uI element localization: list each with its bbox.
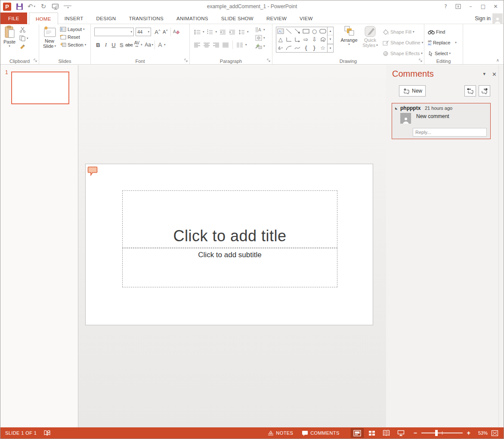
new-slide-dropdown-icon[interactable]: ▾	[54, 44, 56, 48]
shape-star[interactable]: ☆	[318, 44, 327, 52]
paragraph-dialog-launcher[interactable]	[266, 58, 271, 63]
tab-animations[interactable]: ANIMATIONS	[170, 12, 215, 24]
align-center-button[interactable]	[203, 40, 210, 49]
normal-view-button[interactable]	[351, 428, 364, 438]
replace-button[interactable]: abac Replace▾	[428, 38, 462, 47]
next-comment-button[interactable]	[479, 85, 490, 97]
justify-button[interactable]	[222, 40, 229, 49]
convert-to-smartart-button[interactable]: ▾	[255, 43, 265, 49]
shapes-scroll-down-button[interactable]: ▾	[328, 35, 333, 44]
new-slide-button[interactable]: New Slide▾	[43, 25, 56, 49]
italic-button[interactable]: I	[102, 40, 110, 49]
shape-curve[interactable]	[293, 44, 302, 52]
cut-button[interactable]	[19, 27, 28, 33]
comments-pane-scrollbar[interactable]	[498, 65, 504, 428]
slide-sorter-view-button[interactable]	[365, 428, 378, 438]
shape-rectangle[interactable]	[302, 27, 310, 35]
font-name-combobox[interactable]: ▾	[94, 28, 134, 36]
shape-right-brace[interactable]: }	[310, 44, 319, 52]
shapes-scroll-up-button[interactable]: ▴	[328, 27, 333, 35]
shapes-more-button[interactable]: ▾	[328, 44, 333, 52]
shape-right-arrow[interactable]: ⇨	[302, 35, 310, 44]
bold-button[interactable]: B	[94, 40, 102, 49]
customize-qat-button[interactable]: ▾	[64, 6, 71, 9]
collapse-comment-icon[interactable]: ◢	[395, 107, 398, 110]
shape-elbow-connector[interactable]	[285, 35, 294, 44]
comments-toggle[interactable]: COMMENTS	[297, 427, 343, 439]
align-left-button[interactable]	[193, 40, 201, 49]
slide-indicator[interactable]: SLIDE 1 OF 1	[5, 430, 37, 436]
zoom-in-button[interactable]: +	[466, 430, 471, 436]
undo-button[interactable]: ↶▾	[28, 2, 35, 11]
help-button[interactable]: ?	[439, 1, 452, 12]
slide-thumbnail[interactable]	[11, 72, 69, 104]
tab-view[interactable]: VIEW	[293, 12, 319, 24]
select-button[interactable]: Select▾	[428, 49, 462, 58]
change-case-button[interactable]: Aa	[144, 40, 152, 49]
maximize-button[interactable]: □	[477, 1, 489, 12]
clear-formatting-button[interactable]: A	[172, 28, 180, 36]
subtitle-placeholder[interactable]: Click to add subtitle	[122, 248, 337, 287]
account-avatar[interactable]	[492, 13, 503, 24]
shape-outline-button[interactable]: Shape Outline▾	[383, 38, 424, 47]
font-dialog-launcher[interactable]	[184, 58, 189, 63]
ribbon-display-options-button[interactable]	[452, 1, 464, 12]
decrease-indent-button[interactable]	[219, 28, 226, 36]
paste-button[interactable]: Paste ▾	[3, 25, 16, 48]
shape-elbow-arrow-connector[interactable]	[293, 35, 302, 44]
tab-design[interactable]: DESIGN	[90, 12, 122, 24]
copy-button[interactable]: ▾	[19, 35, 28, 41]
zoom-slider[interactable]	[421, 433, 463, 433]
shape-scribble[interactable]	[276, 44, 285, 52]
zoom-out-button[interactable]: −	[413, 430, 418, 436]
text-shadow-button[interactable]: S	[117, 40, 125, 49]
save-button[interactable]	[15, 2, 23, 11]
find-button[interactable]: Find	[428, 28, 462, 36]
numbering-button[interactable]	[206, 28, 214, 36]
zoom-slider-thumb[interactable]	[435, 430, 438, 436]
tab-slide-show[interactable]: SLIDE SHOW	[215, 12, 260, 24]
reset-button[interactable]: Reset	[60, 34, 86, 40]
undo-dropdown-icon[interactable]: ▾	[34, 5, 36, 8]
tab-insert[interactable]: INSERT	[58, 12, 90, 24]
title-placeholder[interactable]: Click to add title	[122, 190, 337, 248]
comment-marker-icon[interactable]	[87, 166, 99, 176]
clipboard-dialog-launcher[interactable]	[33, 58, 38, 63]
font-size-combobox[interactable]: 44▾	[136, 28, 151, 36]
character-spacing-button[interactable]: AV↔	[133, 40, 141, 49]
shape-arc[interactable]	[285, 44, 294, 52]
new-comment-button[interactable]: New	[399, 85, 426, 97]
zoom-level[interactable]: 53%	[471, 430, 488, 436]
format-painter-button[interactable]	[19, 44, 28, 50]
shape-text-box[interactable]: A	[276, 27, 285, 35]
columns-button[interactable]	[236, 40, 244, 49]
line-spacing-button[interactable]	[238, 28, 245, 36]
increase-indent-button[interactable]	[228, 28, 236, 36]
comments-pane-options-icon[interactable]: ▾	[483, 71, 485, 77]
increase-font-size-button[interactable]: A˄	[154, 28, 161, 36]
layout-button[interactable]: Layout▾	[60, 27, 86, 32]
spell-check-icon[interactable]	[43, 430, 51, 436]
quick-styles-button[interactable]: Quick Styles▾	[360, 25, 380, 48]
shape-arrow[interactable]	[293, 27, 302, 35]
shape-effects-button[interactable]: Shape Effects▾	[383, 49, 424, 58]
slide-show-view-button[interactable]	[395, 428, 408, 438]
tab-review[interactable]: REVIEW	[260, 12, 293, 24]
start-from-beginning-button[interactable]	[52, 2, 59, 11]
shape-oval[interactable]: ○	[310, 27, 319, 35]
tab-home[interactable]: HOME	[29, 12, 58, 25]
bullets-button[interactable]	[193, 28, 201, 36]
shape-left-brace[interactable]: {	[302, 44, 310, 52]
arrange-button[interactable]: Arrange ▾	[339, 25, 359, 46]
sign-in-link[interactable]: Sign in	[475, 12, 491, 24]
drawing-dialog-launcher[interactable]	[418, 58, 423, 63]
section-button[interactable]: Section▾	[60, 42, 86, 47]
text-direction-button[interactable]: A ▾	[255, 27, 265, 33]
comment-card[interactable]: ◢ phppptx 21 hours ago New comment	[392, 103, 491, 139]
align-right-button[interactable]	[212, 40, 220, 49]
decrease-font-size-button[interactable]: A˅	[161, 28, 169, 36]
redo-button[interactable]: ↻	[40, 2, 47, 11]
shape-line[interactable]	[285, 27, 294, 35]
underline-button[interactable]: U	[110, 40, 117, 49]
close-button[interactable]: ✕	[489, 1, 502, 12]
